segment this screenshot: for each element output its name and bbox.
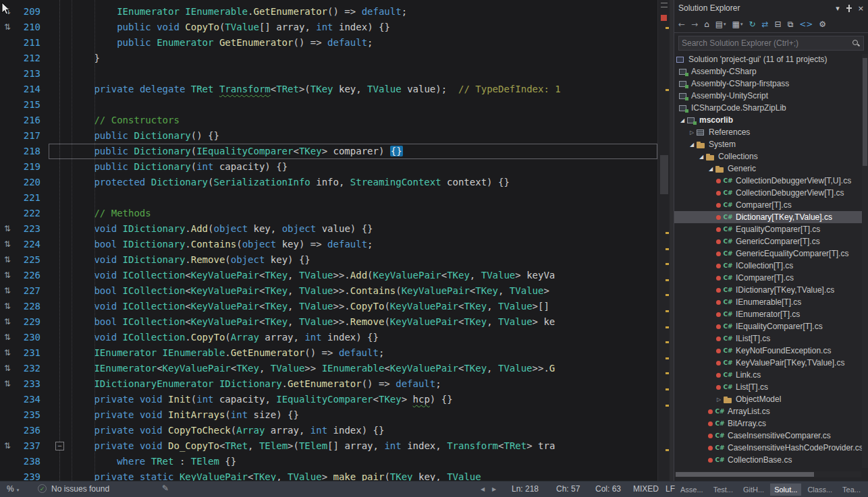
code-line-text[interactable]: void ICollection.CopyTo(Array array, int… xyxy=(49,330,657,345)
forward-icon[interactable]: → xyxy=(691,20,698,29)
code-line[interactable]: ⇅237 private void Do_CopyTo<TRet, TElem>… xyxy=(0,438,657,454)
tree-item[interactable]: C#IEnumerator[T].cs xyxy=(674,308,868,320)
line-indicator[interactable]: Ln: 218 xyxy=(512,484,539,494)
code-line[interactable]: 213 xyxy=(0,66,657,82)
tree-item[interactable]: C#IDictionary[TKey,TValue].cs xyxy=(674,284,868,296)
code-line-text[interactable]: private void InitArrays(int size) {} xyxy=(49,407,657,423)
tree-item[interactable]: Solution 'project-gui' (11 of 11 project… xyxy=(674,53,868,65)
line-number[interactable]: 239 xyxy=(15,469,49,481)
tree-item[interactable]: C#List[T].cs xyxy=(674,381,868,393)
line-number[interactable]: 217 xyxy=(15,128,49,144)
line-number[interactable]: 233 xyxy=(15,376,49,392)
code-line[interactable]: ⇅209 IEnumerator IEnumerable.GetEnumerat… xyxy=(0,4,657,20)
line-number[interactable]: 209 xyxy=(15,4,49,20)
code-line[interactable]: 212 } xyxy=(0,51,657,66)
line-number[interactable]: 216 xyxy=(15,113,49,128)
tree-item[interactable]: C#IComparer[T].cs xyxy=(674,272,868,284)
tool-tab-solution-explorer[interactable]: Solut... xyxy=(770,484,801,496)
line-number[interactable]: 212 xyxy=(15,51,49,66)
code-line[interactable]: 235 private void InitArrays(int size) {} xyxy=(0,407,657,423)
line-number[interactable]: 219 xyxy=(15,159,49,175)
scrollbar-thumb[interactable] xyxy=(660,155,668,194)
line-number[interactable]: 211 xyxy=(15,35,49,51)
tree-item[interactable]: C#CollectionDebuggerView[T,U].cs xyxy=(674,175,868,187)
tree-item[interactable]: C#IList[T].cs xyxy=(674,332,868,345)
code-line[interactable]: 217 public Dictionary() {} xyxy=(0,128,657,144)
tree-collapsed-arrow-icon[interactable]: ▷ xyxy=(715,397,723,403)
code-line[interactable]: 234 private void Init(int capacity, IEqu… xyxy=(0,392,657,407)
code-line[interactable]: 219 public Dictionary(int capacity) {} xyxy=(0,159,657,175)
line-number[interactable]: 234 xyxy=(15,392,49,407)
line-number[interactable]: 225 xyxy=(15,252,49,268)
implements-overrides-icon[interactable]: ⇅ xyxy=(0,20,15,35)
line-number[interactable]: 224 xyxy=(15,237,49,252)
line-number[interactable]: 220 xyxy=(15,175,49,190)
code-line-text[interactable]: private static KeyValuePair<TKey, TValue… xyxy=(49,469,657,481)
hscroll-right-icon[interactable]: ▶ xyxy=(492,486,496,492)
implements-overrides-icon[interactable]: ⇅ xyxy=(0,299,15,314)
code-line[interactable]: 236 private void CopyToCheck(Array array… xyxy=(0,423,657,438)
code-line[interactable]: 216 // Constructors xyxy=(0,113,657,128)
implements-overrides-icon[interactable]: ⇅ xyxy=(0,361,15,376)
tree-item[interactable]: C#IEnumerable[T].cs xyxy=(674,296,868,308)
code-line[interactable]: 214 private delegate TRet Transform<TRet… xyxy=(0,82,657,97)
tool-tab-github[interactable]: GitH... xyxy=(739,484,768,496)
home-icon[interactable]: ⌂ xyxy=(704,20,709,29)
tree-item[interactable]: C#BitArray.cs xyxy=(674,417,868,430)
view-code-icon[interactable]: <> xyxy=(799,20,813,29)
code-line[interactable]: 221 xyxy=(0,190,657,206)
line-number[interactable]: 228 xyxy=(15,299,49,314)
code-line[interactable]: ⇅224 bool IDictionary.Contains(object ke… xyxy=(0,237,657,252)
pin-icon[interactable] xyxy=(845,4,852,12)
tree-item[interactable]: Assembly-CSharp-firstpass xyxy=(674,78,868,90)
line-number[interactable]: 236 xyxy=(15,423,49,438)
tree-item[interactable]: C#GenericEqualityComparer[T].cs xyxy=(674,247,868,260)
code-line[interactable]: 215 xyxy=(0,97,657,113)
back-icon[interactable]: ← xyxy=(678,20,685,29)
editor-scrollbar[interactable] xyxy=(657,0,670,481)
tree-item[interactable]: ▷References xyxy=(674,126,868,138)
code-line[interactable]: ⇅226 void ICollection<KeyValuePair<TKey,… xyxy=(0,268,657,283)
line-number[interactable]: 238 xyxy=(15,454,49,469)
code-line-text[interactable]: protected Dictionary(SerializationInfo i… xyxy=(49,175,657,190)
search-box[interactable] xyxy=(678,36,864,51)
code-line-text[interactable]: } xyxy=(49,51,657,66)
code-line-text[interactable]: // Methods xyxy=(49,206,657,221)
code-line-text[interactable]: IEnumerator IEnumerable.GetEnumerator() … xyxy=(49,4,657,20)
code-line[interactable]: 239 private static KeyValuePair<TKey, TV… xyxy=(0,469,657,481)
code-line[interactable]: ⇅232 IEnumerator<KeyValuePair<TKey, TVal… xyxy=(0,361,657,376)
se-horizontal-scrollbar[interactable] xyxy=(674,471,861,477)
code-line-text[interactable] xyxy=(49,66,657,82)
refresh-icon[interactable]: ↻ xyxy=(749,20,755,29)
tree-item[interactable]: C#CollectionDebuggerView[T].cs xyxy=(674,187,868,199)
code-line-text[interactable]: void IDictionary.Add(object key, object … xyxy=(49,221,657,237)
tree-item[interactable]: ◢System xyxy=(674,138,868,150)
line-number[interactable]: 227 xyxy=(15,283,49,299)
char-indicator[interactable]: Ch: 57 xyxy=(556,484,580,494)
tree-expanded-arrow-icon[interactable]: ◢ xyxy=(707,166,715,172)
zoom-control[interactable]: %▾ xyxy=(7,484,19,494)
line-number[interactable]: 231 xyxy=(15,345,49,361)
tree-item[interactable]: C#CaseInsensitiveHashCodeProvider.cs xyxy=(674,442,868,454)
switch-views-icon[interactable]: ▤▾ xyxy=(715,20,726,29)
code-line-text[interactable]: private void CopyToCheck(Array array, in… xyxy=(49,423,657,438)
code-line[interactable]: 211 public Enumerator GetEnumerator() =>… xyxy=(0,35,657,51)
implements-overrides-icon[interactable]: ⇅ xyxy=(0,252,15,268)
code-line[interactable]: ⇅225 void IDictionary.Remove(object key)… xyxy=(0,252,657,268)
line-number[interactable]: 229 xyxy=(15,314,49,330)
tree-item[interactable]: C#CollectionBase.cs xyxy=(674,454,868,466)
code-line[interactable]: ⇅230 void ICollection.CopyTo(Array array… xyxy=(0,330,657,345)
code-line-text[interactable]: // Constructors xyxy=(49,113,657,128)
line-number[interactable]: 237 xyxy=(15,438,49,454)
code-line-text[interactable]: where TRet : TElem {} xyxy=(49,454,657,469)
code-line[interactable]: ⇅231 IEnumerator IEnumerable.GetEnumerat… xyxy=(0,345,657,361)
tree-item[interactable]: C#ArrayList.cs xyxy=(674,405,868,417)
code-line-text[interactable]: IEnumerator<KeyValuePair<TKey, TValue>> … xyxy=(49,361,657,376)
code-line-text[interactable]: private void Init(int capacity, IEqualit… xyxy=(49,392,657,407)
issues-status[interactable]: No issues found xyxy=(51,484,109,494)
tool-tab-assembly-explorer[interactable]: Asse... xyxy=(676,484,707,496)
code-line[interactable]: ⇅229 bool ICollection<KeyValuePair<TKey,… xyxy=(0,314,657,330)
code-line-text[interactable] xyxy=(49,190,657,206)
code-line[interactable]: ⇅210 public void CopyTo(TValue[] array, … xyxy=(0,20,657,35)
tool-tab-team-explorer[interactable]: Tea... xyxy=(838,484,865,496)
